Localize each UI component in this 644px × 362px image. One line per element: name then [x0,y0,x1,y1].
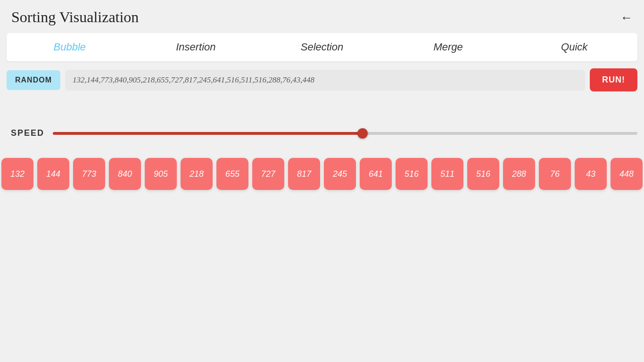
speed-container: SPEED [7,128,637,138]
tab-quick[interactable]: Quick [511,33,637,61]
run-button[interactable]: RUN! [590,68,637,91]
array-box: 76 [539,158,571,190]
tab-merge[interactable]: Merge [385,33,512,61]
array-box: 655 [216,158,248,190]
array-box: 773 [73,158,105,190]
array-box: 840 [109,158,141,190]
tab-bar: Bubble Insertion Selection Merge Quick [7,33,637,61]
array-box: 288 [503,158,535,190]
tab-bubble[interactable]: Bubble [7,33,133,61]
speed-label: SPEED [7,128,44,138]
tab-insertion[interactable]: Insertion [133,33,259,61]
array-box: 43 [575,158,607,190]
app-title: Sorting Visualization [11,8,139,26]
array-input[interactable] [65,70,585,90]
array-box: 132 [1,158,33,190]
array-box: 511 [431,158,463,190]
array-box: 516 [467,158,499,190]
input-row: RANDOM RUN! [7,68,637,91]
array-box: 144 [37,158,69,190]
array-box: 817 [288,158,320,190]
array-box: 245 [324,158,356,190]
speed-slider[interactable] [53,132,637,135]
array-box: 218 [181,158,213,190]
back-button[interactable]: ← [620,10,633,25]
array-display: 1321447738409052186557278172456415165115… [7,158,637,190]
array-box: 727 [252,158,284,190]
array-box: 641 [360,158,392,190]
random-button[interactable]: RANDOM [7,70,60,90]
array-box: 448 [611,158,643,190]
array-box: 516 [396,158,428,190]
tab-selection[interactable]: Selection [259,33,385,61]
array-box: 905 [145,158,177,190]
